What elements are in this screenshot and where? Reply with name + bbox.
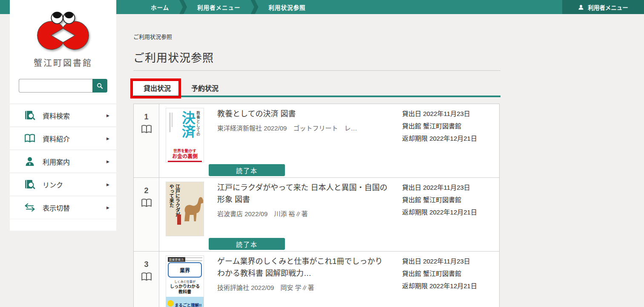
chevron-right-icon [251, 0, 259, 14]
sidebar-item-display-switch[interactable]: 表示切替 ▶ [10, 196, 116, 219]
book-icon [141, 125, 152, 136]
loan-dates: 貸出日 2022年11月23日 貸出館 蟹江町図書館 返却期限 2022年12月… [402, 181, 492, 218]
row-number: 2 [144, 186, 148, 195]
arrow-right-icon: ▶ [106, 159, 109, 164]
breadcrumb: ホーム 利用者メニュー 利用状況参照 [141, 0, 316, 14]
finished-book-button[interactable]: 読了本 [209, 238, 285, 250]
user-icon [578, 4, 584, 10]
cover-seal [177, 214, 181, 225]
row-number-cell: 2 [134, 178, 159, 251]
book-cover[interactable]: 江戸にラクダが やって来た [166, 182, 204, 236]
book-publisher-line: 岩波書店 2022/09 川添 裕∥著 [217, 209, 388, 218]
library-name: 蟹江町図書館 [10, 56, 116, 69]
library-logo [10, 0, 116, 53]
book-icon [141, 198, 152, 209]
loan-date-line: 貸出日 2022年11月23日 [402, 181, 492, 194]
loan-row-body: 江戸にラクダが やって来た 江戸にラクダがやって来た 日本人と異国・自国の形象 … [159, 178, 499, 251]
book-search-icon [24, 179, 36, 190]
loan-date-line: 貸出日 2022年11月23日 [402, 255, 492, 267]
loan-library-line: 貸出館 蟹江町図書館 [402, 267, 492, 280]
sidebar-item-label: 資料検索 [43, 110, 70, 121]
arrow-right-icon: ▶ [106, 206, 109, 210]
loan-dates: 貸出日 2022年11月23日 貸出館 蟹江町図書館 返却期限 2022年12月… [402, 255, 492, 292]
row-number: 3 [144, 260, 148, 269]
sidebar-item-user-guide[interactable]: 利用案内 ▶ [10, 150, 116, 173]
search-icon [96, 82, 104, 90]
due-date-line: 返却期限 2022年12月21日 [402, 280, 492, 292]
loan-date-line: 貸出日 2022年11月23日 [402, 107, 492, 120]
loan-row: 1 教養としての 決済 世界を動かす お金の裏側 教養としての決済 図書 [134, 104, 499, 177]
page-title: ご利用状況参照 [133, 49, 500, 65]
breadcrumb-home[interactable]: ホーム [141, 3, 179, 12]
search-button[interactable] [92, 79, 107, 93]
sidebar-item-material-intro[interactable]: 資料紹介 ▶ [10, 127, 116, 150]
arrow-right-icon: ▶ [106, 182, 109, 187]
main-content: ご利用状況参照 ご利用状況参照 貸出状況 予約状況 1 教養としての 決済 世 [133, 14, 500, 307]
divider [133, 70, 500, 71]
tab-loan-status[interactable]: 貸出状況 [133, 80, 181, 96]
breadcrumb-user-menu[interactable]: 利用者メニュー [187, 3, 251, 12]
sidebar-item-links[interactable]: リンク ▶ [10, 173, 116, 196]
loan-dates: 貸出日 2022年11月23日 貸出館 蟹江町図書館 返却期限 2022年12月… [402, 107, 492, 145]
loan-row-body: 図解即戦力 ゲーム 業界 しくみと仕事が しっかりわかる 教科書 まるごと理解!… [159, 252, 499, 307]
loan-list-panel: 1 教養としての 決済 世界を動かす お金の裏側 教養としての決済 図書 [133, 104, 500, 307]
camel-illustration [178, 187, 203, 224]
arrow-right-icon: ▶ [106, 113, 109, 118]
row-number-cell: 3 [134, 252, 159, 307]
book-publisher-line: 東洋経済新報社 2022/09 ゴットフリート レ… [217, 123, 388, 132]
arrow-right-icon: ▶ [106, 136, 109, 141]
swap-arrows-icon [24, 203, 36, 211]
cover-side-text: 教養としての [196, 111, 201, 136]
crab-logo-icon [35, 9, 91, 51]
loan-row-body: 教養としての 決済 世界を動かす お金の裏側 教養としての決済 図書 東洋経済新… [159, 104, 499, 177]
book-cover[interactable]: 図解即戦力 ゲーム 業界 しくみと仕事が しっかりわかる 教科書 まるごと理解!… [166, 256, 204, 307]
loan-info: ゲーム業界のしくみと仕事がこれ1冊でしっかりわかる教科書 図解即戦力… 技術評論… [217, 256, 388, 307]
sidebar-item-label: 表示切替 [43, 203, 70, 213]
person-icon [24, 156, 36, 167]
due-date-line: 返却期限 2022年12月21日 [402, 132, 492, 145]
sidebar-item-material-search[interactable]: 資料検索 ▶ [10, 104, 116, 127]
user-menu-label: 利用者メニュー [588, 3, 628, 12]
sidebar-item-label: 資料紹介 [43, 133, 70, 144]
book-title-link[interactable]: ゲーム業界のしくみと仕事がこれ1冊でしっかりわかる教科書 図解即戦力… [217, 256, 388, 280]
book-search-icon [24, 110, 36, 121]
row-number: 1 [144, 113, 148, 122]
row-number-cell: 1 [134, 104, 159, 177]
sidebar: 蟹江町図書館 資料検索 ▶ 資料紹介 ▶ 利用案内 [10, 0, 116, 231]
page-breadcrumb: ご利用状況参照 [133, 32, 500, 41]
due-date-line: 返却期限 2022年12月21日 [402, 206, 492, 218]
loan-row: 3 図解即戦力 ゲーム 業界 しくみと仕事が しっかりわかる 教科書 [134, 251, 499, 307]
tab-bar: 貸出状況 予約状況 [133, 80, 500, 97]
book-publisher-line: 技術評論社 2022/09 岡安 学∥著 [217, 283, 388, 292]
loan-row: 2 江戸にラクダが やって来た 江戸にラクダがやって来た 日本人と異国・自国の形… [134, 177, 499, 251]
sidebar-nav: 資料検索 ▶ 資料紹介 ▶ 利用案内 ▶ リンク ▶ [10, 104, 116, 219]
search-input[interactable] [19, 79, 92, 93]
open-book-icon [24, 133, 36, 143]
book-title-link[interactable]: 江戸にラクダがやって来た 日本人と異国・自国の形象 図書 [217, 182, 388, 206]
loan-library-line: 貸出館 蟹江町図書館 [402, 194, 492, 206]
book-title-link[interactable]: 教養としての決済 図書 [217, 108, 388, 120]
sidebar-item-label: リンク [43, 180, 63, 190]
sidebar-item-label: 利用案内 [43, 156, 70, 167]
sidebar-search [19, 79, 107, 93]
cover-main-text: 決済 [181, 111, 194, 138]
finished-book-button[interactable]: 読了本 [209, 164, 285, 176]
loan-library-line: 貸出館 蟹江町図書館 [402, 120, 492, 132]
book-cover[interactable]: 教養としての 決済 世界を動かす お金の裏側 [166, 108, 204, 162]
cover-tag: 図解即戦力 [168, 257, 185, 262]
tab-reservation-status[interactable]: 予約状況 [181, 80, 229, 96]
user-menu-button[interactable]: 利用者メニュー [562, 0, 644, 14]
chevron-right-icon [179, 0, 187, 14]
book-icon [141, 272, 152, 283]
breadcrumb-usage-status[interactable]: 利用状況参照 [259, 3, 316, 12]
